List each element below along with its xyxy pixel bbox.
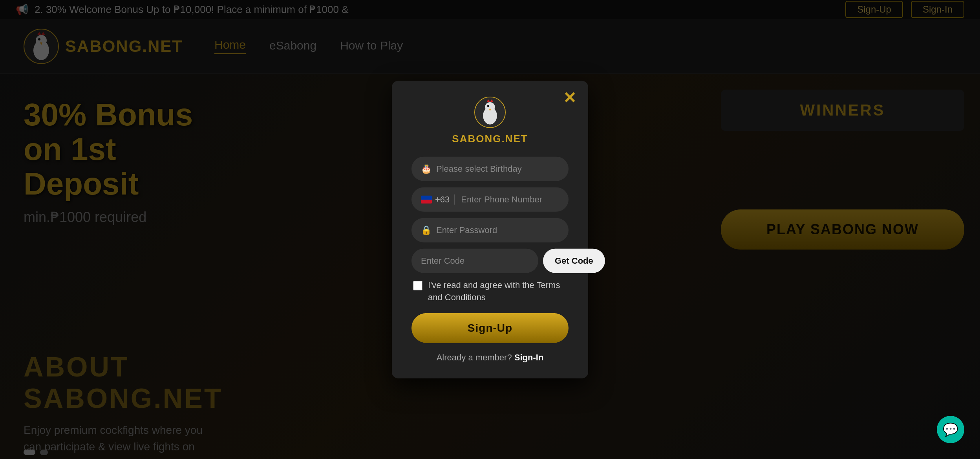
- modal-logo-icon: [474, 97, 506, 128]
- code-row: Get Code: [411, 249, 569, 273]
- modal-logo: SABONG.NET: [411, 97, 569, 145]
- signup-button[interactable]: Sign-Up: [411, 313, 569, 343]
- svg-point-12: [487, 105, 489, 107]
- lock-icon: 🔒: [421, 225, 431, 235]
- signin-link[interactable]: Sign-In: [514, 352, 544, 362]
- chat-bubble[interactable]: 💬: [937, 416, 964, 443]
- password-input[interactable]: [436, 225, 559, 235]
- already-member: Already a member? Sign-In: [411, 352, 569, 362]
- flag-philippines: [421, 196, 432, 204]
- birthday-icon: 🎂: [421, 164, 431, 174]
- chat-icon: 💬: [943, 422, 958, 437]
- phone-country-code: +63: [435, 195, 450, 205]
- signup-modal: ✕ SABONG.NET 🎂 +63 🔒 Get Code: [392, 81, 588, 378]
- get-code-button[interactable]: Get Code: [543, 249, 605, 273]
- modal-close-button[interactable]: ✕: [563, 89, 576, 107]
- phone-input[interactable]: [461, 195, 569, 205]
- modal-logo-text: SABONG.NET: [411, 133, 569, 145]
- already-member-text: Already a member?: [437, 352, 512, 362]
- code-input[interactable]: [411, 249, 538, 273]
- password-field-container: 🔒: [411, 218, 569, 242]
- phone-field-container: +63: [411, 187, 569, 212]
- terms-row: I've read and agree with the Terms and C…: [411, 279, 569, 304]
- terms-checkbox[interactable]: [413, 281, 422, 290]
- terms-text: I've read and agree with the Terms and C…: [428, 279, 567, 304]
- birthday-field-container: 🎂: [411, 157, 569, 181]
- phone-prefix: +63: [421, 195, 455, 205]
- birthday-input[interactable]: [436, 164, 559, 174]
